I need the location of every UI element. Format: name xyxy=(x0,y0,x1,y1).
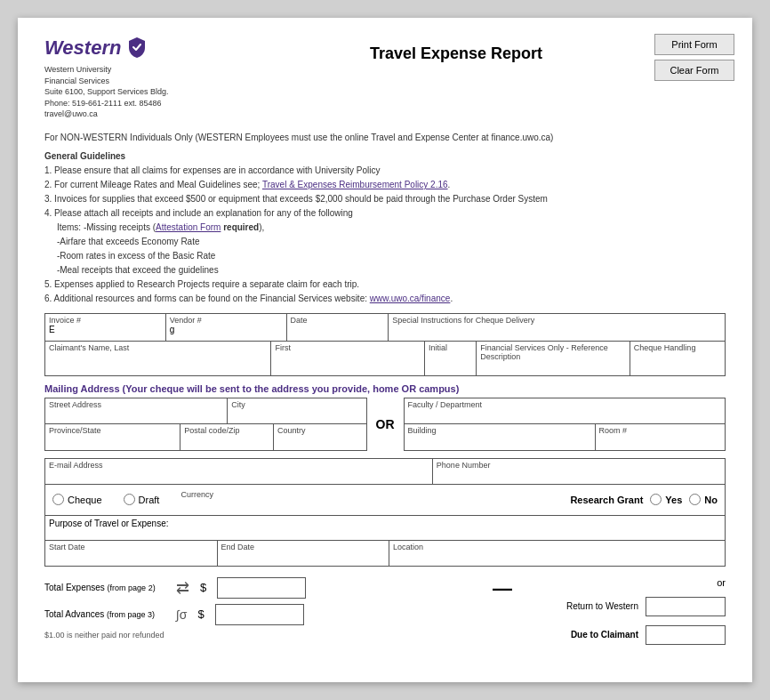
vendor-label: Vendor # xyxy=(170,316,283,325)
city-label: City xyxy=(231,400,362,409)
guideline-3: 3. Invoices for supplies that exceed $50… xyxy=(44,192,726,206)
finance-link[interactable]: www.uwo.ca/finance xyxy=(370,294,451,303)
draft-option[interactable]: Draft xyxy=(124,494,160,505)
claimant-last-field[interactable]: Claimant's Name, Last xyxy=(44,342,271,376)
due-input[interactable] xyxy=(646,625,726,645)
start-date-label: Start Date xyxy=(49,543,213,551)
small-note: $1.00 is neither paid nor refunded xyxy=(44,631,475,640)
fin-services-value xyxy=(480,361,626,374)
guideline-4c: -Room rates in excess of the Basic Rate xyxy=(44,249,726,263)
claimant-last-value xyxy=(49,352,267,365)
payment-options-row: Cheque Draft Currency Research Grant Yes… xyxy=(44,485,726,516)
date-value xyxy=(291,325,385,337)
research-grant-label: Research Grant xyxy=(570,495,643,505)
header: Western Western University Financial Ser… xyxy=(44,36,726,120)
email-field[interactable]: E-mail Address xyxy=(44,458,433,485)
addr-row2: Province/State Postal code/Zip Country xyxy=(44,424,367,451)
clear-button[interactable]: Clear Form xyxy=(654,60,734,81)
title-area: Travel Expense Report xyxy=(187,36,726,63)
street-address-field[interactable]: Street Address xyxy=(44,398,228,424)
no-radio[interactable] xyxy=(689,494,701,505)
guideline-4: 4. Please attach all receipts and includ… xyxy=(44,206,726,221)
guideline-4a: Items: -Missing receipts (Attestation Fo… xyxy=(44,221,726,235)
guideline-6: 6. Additional resources and forms can be… xyxy=(44,292,726,306)
cheque-handling-field: Cheque Handling xyxy=(630,342,726,376)
mailing-header: Mailing Address (Your cheque will be sen… xyxy=(44,383,726,394)
sigma-icon: ∫σ xyxy=(176,607,187,622)
mailing-left: Street Address City Province/State Posta… xyxy=(44,398,367,451)
guidelines-heading: General Guidelines xyxy=(44,149,726,164)
country-field[interactable]: Country xyxy=(274,424,367,451)
print-button[interactable]: Print Form xyxy=(654,34,734,55)
mailing-right: Faculty / Department Building Room # xyxy=(404,398,726,451)
building-label: Building xyxy=(408,426,591,435)
western-logo-text: Western xyxy=(44,36,121,60)
purpose-label: Purpose of Travel or Expense: xyxy=(49,519,169,528)
total-advances-input[interactable] xyxy=(215,604,304,625)
logo-area: Western Western University Financial Ser… xyxy=(44,36,187,120)
cheque-option[interactable]: Cheque xyxy=(52,494,102,505)
cheque-radio[interactable] xyxy=(52,494,64,505)
totals-right: or Return to Western Due to Claimant xyxy=(530,577,726,645)
return-label: Return to Western xyxy=(566,601,638,611)
policy-link[interactable]: Travel & Expenses Reimbursement Policy 2… xyxy=(262,180,448,189)
yes-radio[interactable] xyxy=(650,494,662,505)
postal-field[interactable]: Postal code/Zip xyxy=(180,424,274,451)
invoice-row: Invoice # E Vendor # g Date Special Inst… xyxy=(44,313,726,342)
page-title: Travel Expense Report xyxy=(370,44,542,63)
or-label: or xyxy=(717,577,726,588)
invoice-field: Invoice # E xyxy=(44,313,166,342)
invoice-value: E xyxy=(49,325,162,337)
western-logo: Western xyxy=(44,36,148,60)
province-field[interactable]: Province/State xyxy=(44,424,180,451)
room-field[interactable]: Room # xyxy=(596,424,726,451)
building-field[interactable]: Building xyxy=(404,424,596,451)
shield-icon xyxy=(126,36,148,60)
phone-field[interactable]: Phone Number xyxy=(433,458,726,485)
cheque-instructions-field[interactable]: Special Instructions for Cheque Delivery xyxy=(389,313,726,342)
claimant-first-value xyxy=(275,352,421,365)
attestation-link[interactable]: Attestation Form xyxy=(156,222,221,232)
yes-option[interactable]: Yes xyxy=(650,494,682,505)
cheque-handling-label: Cheque Handling xyxy=(634,343,721,352)
total-advances-row: Total Advances (from page 3) ∫σ $ xyxy=(44,604,475,625)
sum-icon: ⇄ xyxy=(176,578,189,598)
no-option[interactable]: No xyxy=(689,494,718,505)
total-expenses-input[interactable] xyxy=(217,577,306,599)
city-field[interactable]: City xyxy=(228,398,366,424)
start-date-field[interactable]: Start Date xyxy=(44,541,218,567)
return-row: Return to Western xyxy=(566,597,726,616)
province-label: Province/State xyxy=(49,426,176,435)
contact-row: E-mail Address Phone Number xyxy=(44,458,726,485)
cheque-instructions-label: Special Instructions for Cheque Delivery xyxy=(392,316,721,325)
postal-label: Postal code/Zip xyxy=(184,426,269,435)
claimant-initial-field[interactable]: Initial xyxy=(425,342,477,376)
total-advances-label: Total Advances (from page 3) xyxy=(44,609,169,619)
claimant-first-field[interactable]: First xyxy=(271,342,425,376)
location-field[interactable]: Location xyxy=(389,541,726,567)
faculty-field[interactable]: Faculty / Department xyxy=(404,398,726,424)
end-date-field[interactable]: End Date xyxy=(218,541,390,567)
claimant-initial-label: Initial xyxy=(429,343,472,352)
currency-field[interactable]: Currency xyxy=(180,490,213,510)
research-grant-section: Research Grant Yes No xyxy=(570,494,718,505)
fin-services-field: Financial Services Only - Reference Desc… xyxy=(477,342,630,376)
building-row: Building Room # xyxy=(404,424,726,451)
draft-radio[interactable] xyxy=(124,494,135,505)
minus-sign: — xyxy=(493,577,512,600)
guideline-5: 5. Expenses applied to Research Projects… xyxy=(44,278,726,292)
vendor-value: g xyxy=(170,325,283,337)
guideline-2: 2. For current Mileage Rates and Meal Gu… xyxy=(44,178,726,192)
street-address-label: Street Address xyxy=(49,400,223,409)
date-label: Date xyxy=(291,316,385,325)
cheque-label: Cheque xyxy=(68,495,102,505)
faculty-label: Faculty / Department xyxy=(408,400,722,409)
return-input[interactable] xyxy=(646,597,726,616)
total-expenses-row: Total Expenses (from page 2) ⇄ $ xyxy=(44,577,475,599)
guideline-4d: -Meal receipts that exceed the guideline… xyxy=(44,263,726,278)
or-divider: OR xyxy=(367,398,404,451)
totals-section: Total Expenses (from page 2) ⇄ $ Total A… xyxy=(44,577,726,645)
claimant-initial-value xyxy=(429,352,472,365)
date-field[interactable]: Date xyxy=(287,313,389,342)
claimant-last-label: Claimant's Name, Last xyxy=(49,343,267,352)
